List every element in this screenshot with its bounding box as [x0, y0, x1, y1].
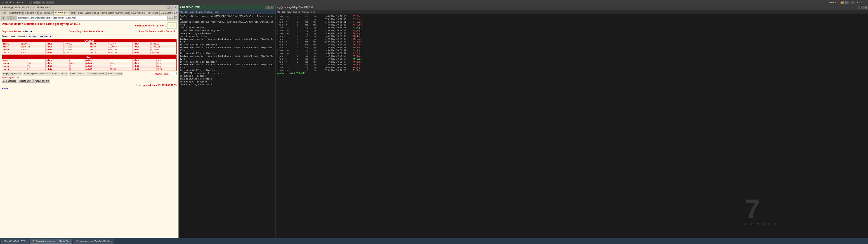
taskbar-icon-2: T	[76, 240, 79, 242]
midas-menu-item-file[interactable]: File	[180, 11, 183, 13]
terminal-menu-item-terminal[interactable]: Terminal	[302, 11, 309, 13]
browser-tab-5[interactable]: Control @ car...×	[69, 10, 83, 15]
icon-btn-5[interactable]: ⊟	[46, 1, 50, 4]
applications-menu-btn[interactable]: Applications	[1, 1, 16, 4]
midas-menu-item-search[interactable]: Search	[196, 11, 203, 13]
browser-maximize-btn[interactable]: □	[170, 6, 174, 9]
browser-tab-9[interactable]: FADC Align & C...×	[129, 10, 145, 15]
midas-menu-item-edit[interactable]: Edit	[185, 11, 188, 13]
forward-btn[interactable]: ▶	[6, 16, 11, 20]
action-btn-0[interactable]: Empty Log Window	[2, 72, 22, 75]
icon-btn-4[interactable]: ⊞	[41, 1, 45, 4]
browser-tab-0[interactable]: AIDA×	[0, 10, 8, 15]
browser-tab-6[interactable]: System wide Ch...×	[83, 10, 99, 15]
browser-tab-4[interactable]: Statistics @ car...×	[54, 10, 69, 15]
file-date-14: May 30 09:57	[331, 55, 352, 58]
midas-log-line-4: :::MASTERTs namespace already exists	[180, 29, 274, 32]
action-btn-3[interactable]: Reset	[60, 72, 68, 75]
midas-menu-item-terminal[interactable]: Terminal	[204, 11, 212, 13]
file-links-2: 1	[297, 21, 303, 24]
new-tab-btn[interactable]: +	[175, 10, 178, 15]
zoom-display: 80%	[168, 17, 174, 19]
show-all-link[interactable]: Show ALL Data Acquisition Servers? ℹ	[138, 30, 177, 33]
home-link[interactable]: Home	[2, 87, 177, 90]
file-line-16: -rw-r--r-- 1 npg npg 45K May 30 09:57 M9…	[277, 61, 867, 63]
terminal-menu-item-file[interactable]: File	[277, 11, 280, 13]
file-size-3: 45K	[321, 24, 330, 26]
icon-btn-3[interactable]: ▤	[37, 1, 41, 4]
file-owner-12: npg	[305, 49, 311, 52]
last-updated: Last Updated: June 02, 2024 03:11:39	[2, 84, 177, 87]
rate-cell: 1575	[156, 68, 176, 71]
settings-icon[interactable]: ⚙	[851, 1, 855, 4]
action-btn-4[interactable]: Show Variables	[69, 72, 86, 75]
icon-btn-2[interactable]: ▦	[33, 1, 37, 4]
select-counter-dropdown[interactable]: AIDA ADC data items	[28, 35, 53, 38]
browser-menu-btn[interactable]: ≡	[174, 16, 178, 20]
action-btn-2[interactable]: Reload	[50, 72, 59, 75]
terminal-content[interactable]: -rw-r--r-- 1 npg npg 45K May 29 18:18 M7…	[276, 14, 868, 238]
midas-log-line-14: it': no such file or directory	[180, 69, 274, 72]
rate-cell: eda09	[2, 65, 26, 68]
zero-stats-btn[interactable]: Zero Statistics	[2, 79, 18, 83]
file-links-10: 1	[297, 43, 303, 46]
terminal-menu-item-search[interactable]: Search	[293, 11, 300, 13]
file-owner-16: npg	[305, 61, 311, 63]
reload-nav-btn[interactable]: ↻	[11, 16, 16, 20]
file-group-3: npg	[313, 24, 320, 26]
terminal-menu-item-edit[interactable]: Edit	[282, 11, 285, 13]
rate-cell: eda10	[46, 65, 69, 68]
midas-log-line-10: it': no such file or directory	[180, 52, 274, 55]
counter-cell: eda02	[46, 42, 64, 45]
browser-tab-1[interactable]: Experiment Con...×	[8, 10, 24, 15]
midas-menu-item-view[interactable]: View	[190, 11, 194, 13]
file-perms-0: -rw-r--r--	[277, 15, 295, 18]
file-line-7: -rw-r--r-- 1 npg npg 45K May 30 09:33 R8…	[277, 35, 867, 38]
terminal-minimize-btn[interactable]: _	[858, 6, 860, 9]
midas-close-btn[interactable]: ×	[272, 6, 274, 9]
terminal-menu-item-help[interactable]: Help	[311, 11, 315, 13]
select-counter-label: Select counter to monitor	[2, 35, 27, 38]
url-bar[interactable]	[17, 16, 167, 20]
terminal-maximize-btn[interactable]: □	[861, 6, 864, 9]
file-line-12: -rw-r--r-- 1 npg npg 45K May 30 09:57 M9…	[277, 49, 867, 52]
browser-tab-2[interactable]: Run Control @...×	[24, 10, 38, 15]
counter-cell: 5283843	[20, 48, 46, 51]
sound-icon[interactable]: 🔊	[845, 1, 849, 4]
action-btn-1[interactable]: Send Log Window to ELog	[23, 72, 50, 75]
terminal-close-btn[interactable]: ×	[864, 6, 867, 9]
terminal-window: rpg@carme-gsi:/TapeData/G22-201 _ □ × Fi…	[276, 5, 868, 238]
module-index-input[interactable]	[170, 72, 177, 75]
file-perms-3: -rw-r--r--	[277, 24, 295, 26]
back-btn[interactable]: ◀	[1, 16, 5, 20]
action-btn-5[interactable]: Show Log Window	[86, 72, 106, 75]
browser-tab-7[interactable]: Module Setting...×	[99, 10, 114, 15]
file-group-13: npg	[313, 52, 320, 55]
midas-maximize-btn[interactable]: □	[268, 6, 271, 9]
taskbar-item-1[interactable]: F Statistics @ carme-gsi — Mozilla Fir..…	[30, 239, 72, 244]
taskbar-item-0[interactable]: M AIDA MIDAS HTTPd	[1, 239, 29, 244]
icon-btn-1[interactable]: ⬛	[29, 1, 32, 4]
file-name-8: R8_5.gz	[353, 38, 362, 41]
auto-update-btn[interactable]: AutoUpdate On	[33, 79, 50, 83]
midas-minimize-btn[interactable]: _	[265, 6, 268, 9]
acq-server-dropdown[interactable]: aida15	[22, 30, 33, 33]
icon-btn-6[interactable]: ⊠	[50, 1, 54, 4]
file-date-4: May 30 09:33	[331, 26, 352, 29]
browser-close-btn[interactable]: ×	[174, 6, 177, 9]
terminal-prompt-line: npg@carme-gsi G22-201]$	[277, 72, 867, 75]
browser-minimize-btn[interactable]: _	[166, 6, 170, 9]
midas-menu-item-help[interactable]: Help	[214, 11, 218, 13]
browser-tab-11[interactable]: ASIC Control @...×	[160, 10, 175, 15]
update-once-btn[interactable]: Update Once	[18, 79, 33, 83]
action-btn-6[interactable]: Enable Logging	[106, 72, 123, 75]
tab-label-4: Statistics @ car...	[55, 11, 69, 14]
browser-tab-8[interactable]: GSI White Rabb...×	[114, 10, 129, 15]
terminal-menu-item-view[interactable]: View	[287, 11, 291, 13]
acq-servers-label: Acquisition Servers	[2, 30, 21, 33]
network-icon[interactable]: 📶	[840, 1, 844, 4]
places-menu-btn[interactable]: Places	[16, 1, 25, 4]
taskbar-item-2[interactable]: T rpg@carme-gsi:/TapeData/G22-201	[73, 239, 114, 244]
browser-tab-3[interactable]: Spectrum Brow...×	[38, 10, 54, 15]
browser-tab-10[interactable]: Temperature a...×	[145, 10, 160, 15]
